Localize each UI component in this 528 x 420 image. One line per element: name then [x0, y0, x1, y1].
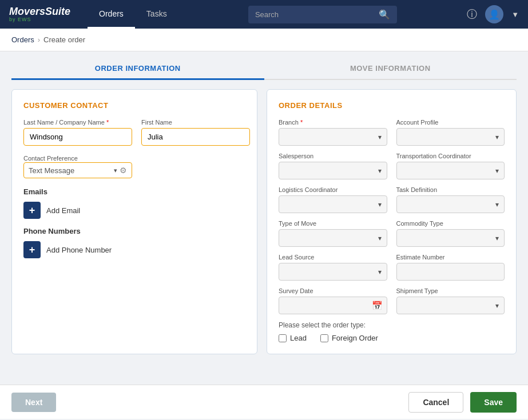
tab-move-information[interactable]: MOVE INFORMATION	[264, 58, 517, 80]
survey-date-wrap: 📅	[279, 297, 387, 314]
account-profile-field: Account Profile	[396, 119, 505, 146]
lead-checkbox[interactable]	[279, 334, 287, 342]
add-phone-label: Add Phone Number	[46, 246, 112, 254]
main-content: ORDER INFORMATION MOVE INFORMATION CUSTO…	[0, 51, 528, 385]
transport-coord-select[interactable]	[396, 162, 505, 179]
contact-pref-wrap: Text Message Email Phone None ▾ ⚙	[23, 162, 132, 178]
footer-right: Cancel Save	[408, 392, 517, 413]
account-profile-label: Account Profile	[396, 119, 505, 126]
lead-source-field: Lead Source	[279, 254, 387, 281]
branch-select[interactable]	[279, 128, 387, 146]
search-input[interactable]	[255, 10, 374, 19]
info-icon[interactable]: ⓘ	[467, 7, 477, 21]
foreign-order-checkbox[interactable]	[320, 334, 328, 342]
task-def-field: Task Definition	[396, 186, 505, 213]
contact-pref-row: Contact Preference Text Message Email Ph…	[23, 154, 245, 178]
commodity-type-select[interactable]	[396, 229, 505, 247]
lead-checkbox-label: Lead	[290, 334, 307, 342]
header-icons: ⓘ 👤 ▼	[467, 5, 519, 23]
customer-contact-title: CUSTOMER CONTACT	[23, 101, 245, 110]
add-phone-icon: +	[23, 241, 41, 258]
cancel-button[interactable]: Cancel	[408, 392, 463, 413]
tab-order-information[interactable]: ORDER INFORMATION	[11, 58, 264, 80]
estimate-number-field: Estimate Number	[396, 254, 505, 281]
logistics-coord-field: Logistics Coordinator	[279, 186, 387, 213]
contact-pref-gear-icon[interactable]: ⚙	[120, 166, 127, 175]
add-phone-button[interactable]: + Add Phone Number	[23, 241, 245, 258]
nav-tab-orders[interactable]: Orders	[88, 0, 135, 29]
next-button[interactable]: Next	[11, 393, 56, 412]
form-row: CUSTOMER CONTACT Last Name / Company Nam…	[11, 89, 517, 354]
commodity-type-select-wrap	[396, 229, 505, 247]
nav-tab-tasks[interactable]: Tasks	[135, 0, 178, 29]
avatar[interactable]: 👤	[485, 5, 503, 23]
transport-coord-select-wrap	[396, 162, 505, 179]
header: MoversSuite by EWS Orders Tasks 🔍 ⓘ 👤 ▼	[0, 0, 528, 29]
type-of-move-label: Type of Move	[279, 220, 387, 227]
task-def-label: Task Definition	[396, 186, 505, 193]
task-def-select[interactable]	[396, 195, 505, 213]
order-type-row: Please select the order type: Lead Forei…	[279, 321, 505, 342]
account-profile-select[interactable]	[396, 128, 505, 146]
foreign-order-checkbox-label: Foreign Order	[332, 334, 378, 342]
breadcrumb-orders-link[interactable]: Orders	[11, 35, 34, 44]
transport-coord-field: Transportation Coordinator	[396, 153, 505, 179]
phone-numbers-title: Phone Numbers	[23, 227, 245, 235]
logistics-coord-select-wrap	[279, 195, 387, 213]
estimate-number-label: Estimate Number	[396, 254, 505, 261]
chevron-down-icon[interactable]: ▼	[511, 10, 519, 19]
shipment-type-field: Shipment Type	[396, 287, 505, 314]
shipment-type-label: Shipment Type	[396, 287, 505, 294]
transport-coord-label: Transportation Coordinator	[396, 153, 505, 159]
estimate-number-input[interactable]	[396, 263, 505, 281]
add-email-button[interactable]: + Add Email	[23, 202, 245, 219]
last-name-input[interactable]	[23, 128, 132, 146]
checkbox-row: Lead Foreign Order	[279, 334, 505, 342]
add-email-icon: +	[23, 202, 41, 219]
salesperson-select-wrap	[279, 162, 387, 179]
type-of-move-select-wrap	[279, 229, 387, 247]
footer: Next Cancel Save	[0, 385, 528, 419]
breadcrumb-separator: ›	[38, 35, 40, 44]
type-of-move-field: Type of Move	[279, 220, 387, 247]
account-profile-select-wrap	[396, 128, 505, 146]
first-name-field-group: First Name	[141, 119, 250, 146]
breadcrumb: Orders › Create order	[0, 29, 528, 51]
last-name-label: Last Name / Company Name *	[23, 119, 132, 126]
logo-main: MoversSuite	[9, 6, 70, 17]
lead-source-label: Lead Source	[279, 254, 387, 261]
salesperson-select[interactable]	[279, 162, 387, 179]
foreign-order-checkbox-item[interactable]: Foreign Order	[320, 334, 378, 342]
shipment-type-select-wrap	[396, 297, 505, 314]
breadcrumb-current: Create order	[43, 35, 85, 44]
order-type-prompt: Please select the order type:	[279, 321, 505, 329]
survey-date-label: Survey Date	[279, 287, 387, 294]
save-button[interactable]: Save	[470, 392, 517, 413]
tab-bar: ORDER INFORMATION MOVE INFORMATION	[11, 51, 517, 80]
search-box: 🔍	[248, 6, 397, 23]
shipment-type-select[interactable]	[396, 297, 505, 314]
type-of-move-select[interactable]	[279, 229, 387, 247]
search-area: 🔍	[190, 6, 455, 23]
lead-source-select-wrap	[279, 263, 387, 281]
emails-title: Emails	[23, 187, 245, 196]
last-name-required: *	[106, 119, 109, 126]
first-name-label: First Name	[141, 119, 250, 126]
logistics-coord-select[interactable]	[279, 195, 387, 213]
first-name-input[interactable]	[141, 128, 250, 146]
branch-label: Branch *	[279, 119, 387, 126]
order-details-section: ORDER DETAILS Branch * Account Profile	[267, 89, 517, 354]
lead-checkbox-item[interactable]: Lead	[279, 334, 307, 342]
contact-pref-select[interactable]: Text Message Email Phone None	[29, 166, 114, 175]
lead-source-select[interactable]	[279, 263, 387, 281]
search-icon[interactable]: 🔍	[379, 9, 390, 20]
survey-date-input[interactable]	[279, 297, 387, 314]
order-details-title: ORDER DETAILS	[279, 101, 505, 110]
main-nav: Orders Tasks	[88, 0, 178, 29]
task-def-select-wrap	[396, 195, 505, 213]
calendar-icon[interactable]: 📅	[372, 301, 383, 311]
logo-sub: by EWS	[9, 17, 70, 22]
contact-pref-label: Contact Preference	[23, 155, 78, 162]
branch-field: Branch *	[279, 119, 387, 146]
commodity-type-field: Commodity Type	[396, 220, 505, 247]
